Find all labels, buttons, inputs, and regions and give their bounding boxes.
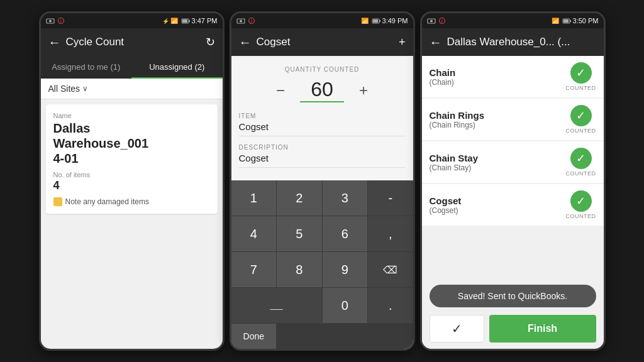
svg-point-18: [430, 20, 433, 23]
item-row-chain[interactable]: Chain (Chain) ✓ COUNTED: [422, 56, 604, 97]
battery-icon-2: [372, 18, 380, 24]
screen1-content: All Sites ∨ Name DallasWarehouse_0014-01…: [41, 79, 223, 349]
item-status-chainrings: ✓ COUNTED: [566, 105, 596, 134]
status-bar-right-3: 📶 3:50 PM: [552, 17, 599, 25]
item-name-chainstay: Chain Stay: [430, 153, 566, 163]
numpad-key-done[interactable]: Done: [231, 324, 277, 349]
numpad: 1 2 3 - 4 5 6 , 7 8 9 ⌫ ___ 0 . Done: [231, 180, 413, 349]
item-name-chainrings: Chain Rings: [430, 110, 566, 121]
tab-unassigned[interactable]: Unassigned (2): [131, 56, 223, 79]
numpad-key-backspace[interactable]: ⌫: [368, 252, 413, 287]
toast-message: Saved! Sent to QuickBooks.: [430, 285, 596, 307]
svg-point-1: [49, 20, 52, 23]
item-field-label: ITEM: [239, 112, 406, 119]
back-button-2[interactable]: ←: [239, 35, 252, 50]
item-status-chainstay: ✓ COUNTED: [566, 148, 596, 177]
numpad-key-comma[interactable]: ,: [368, 216, 413, 251]
check-icon-cogset: ✓: [570, 190, 592, 212]
description-field-label: DESCRIPTION: [239, 144, 406, 151]
chevron-down-icon: ∨: [82, 84, 88, 93]
status-bar-3: ! 📶 3:50 PM: [422, 13, 604, 28]
status-bar-left-1: !: [46, 18, 65, 24]
description-field-group: DESCRIPTION Cogset: [239, 144, 406, 168]
numpad-key-space[interactable]: ___: [231, 288, 322, 323]
counted-label-chain: COUNTED: [566, 85, 596, 91]
numpad-key-2[interactable]: 2: [277, 180, 322, 216]
screen3-content: Chain (Chain) ✓ COUNTED Chain Rings (Cha…: [422, 56, 604, 349]
svg-rect-15: [373, 19, 378, 23]
item-row-chainrings[interactable]: Chain Rings (Chain Rings) ✓ COUNTED: [422, 99, 604, 140]
sites-label: All Sites: [48, 84, 80, 94]
wifi-icon-1: 📶: [170, 18, 179, 24]
screen2-content: QUANTITY COUNTED − + ITEM Cogset DESCRIP…: [231, 56, 413, 349]
svg-text:📶: 📶: [170, 18, 179, 24]
card-warehouse-name: DallasWarehouse_0014-01: [53, 121, 210, 166]
counted-label-chainrings: COUNTED: [566, 128, 596, 134]
back-button-3[interactable]: ←: [430, 35, 442, 50]
plus-button[interactable]: +: [354, 79, 373, 102]
item-name-cogset: Cogset: [430, 195, 566, 206]
card-items-count: 4: [53, 179, 210, 192]
phone-screen-1: ! ⚡ 📶 3:47 PM ← Cycle Count ↻ Assigned t…: [39, 11, 225, 351]
fields-section: ITEM Cogset DESCRIPTION Cogset: [231, 107, 413, 180]
tabs-bar-1: Assigned to me (1) Unassigned (2): [41, 56, 223, 79]
item-info-chainrings: Chain Rings (Chain Rings): [430, 110, 566, 129]
item-row-cogset[interactable]: Cogset (Cogset) ✓ COUNTED: [422, 184, 604, 226]
back-button-1[interactable]: ←: [48, 35, 61, 50]
description-field-value: Cogset: [239, 153, 406, 163]
alert-icon-3: !: [438, 18, 446, 24]
item-sub-chainstay: (Chain Stay): [430, 163, 566, 172]
tab-assigned[interactable]: Assigned to me (1): [41, 56, 132, 79]
item-info-cogset: Cogset (Cogset): [430, 195, 566, 215]
card-name-label: Name: [53, 112, 210, 119]
quantity-label: QUANTITY COUNTED: [239, 66, 406, 73]
screen3-title: Dallas Warehouse_0... (...: [447, 36, 596, 48]
card-note: Note any damaged items: [53, 197, 210, 206]
numpad-key-4[interactable]: 4: [231, 216, 277, 251]
numpad-key-7[interactable]: 7: [231, 252, 277, 287]
numpad-key-dot[interactable]: .: [368, 288, 413, 323]
battery-icon-1: [181, 18, 190, 24]
bottom-section: Saved! Sent to QuickBooks. ✓ Finish: [422, 281, 604, 349]
check-icon-chainstay: ✓: [570, 148, 592, 169]
item-sub-cogset: (Cogset): [430, 206, 566, 215]
numpad-key-0[interactable]: 0: [323, 288, 368, 323]
wifi-icon-3: 📶: [552, 18, 560, 24]
svg-rect-7: [182, 19, 187, 23]
time-2: 3:49 PM: [382, 17, 408, 25]
warehouse-card[interactable]: Name DallasWarehouse_0014-01 No. of item…: [46, 104, 218, 214]
bottom-buttons: ✓ Finish: [422, 311, 604, 349]
refresh-icon-1[interactable]: ↻: [206, 35, 215, 49]
item-name-chain: Chain: [430, 67, 566, 78]
numpad-key-3[interactable]: 3: [323, 180, 368, 216]
add-icon-2[interactable]: +: [399, 36, 406, 49]
note-icon: [53, 197, 62, 206]
svg-text:!: !: [60, 19, 61, 23]
photo-icon-3: [427, 18, 436, 24]
svg-rect-8: [189, 20, 190, 22]
phone-screen-2: ! 📶 3:49 PM ← Cogset + QUANTITY COUNTED …: [230, 11, 415, 351]
finish-button[interactable]: Finish: [489, 315, 596, 343]
numpad-key-dash[interactable]: -: [368, 180, 413, 216]
numpad-key-8[interactable]: 8: [277, 252, 322, 287]
check-icon-chainrings: ✓: [570, 105, 592, 126]
note-text: Note any damaged items: [65, 197, 149, 206]
svg-text:📶: 📶: [552, 18, 560, 24]
numpad-key-1[interactable]: 1: [231, 180, 277, 216]
item-info-chainstay: Chain Stay (Chain Stay): [430, 153, 566, 172]
numpad-key-6[interactable]: 6: [323, 216, 368, 251]
svg-rect-24: [570, 20, 571, 22]
screen1-title: Cycle Count: [66, 36, 201, 48]
minus-button[interactable]: −: [271, 79, 290, 102]
numpad-key-5[interactable]: 5: [277, 216, 322, 251]
item-row-chainstay[interactable]: Chain Stay (Chain Stay) ✓ COUNTED: [422, 141, 604, 183]
numpad-key-9[interactable]: 9: [323, 252, 368, 287]
status-bar-1: ! ⚡ 📶 3:47 PM: [41, 13, 223, 28]
screens-container: ! ⚡ 📶 3:47 PM ← Cycle Count ↻ Assigned t…: [33, 5, 612, 357]
item-sub-chainrings: (Chain Rings): [430, 121, 566, 129]
check-button[interactable]: ✓: [430, 315, 484, 343]
sites-filter[interactable]: All Sites ∨: [41, 79, 223, 99]
bluetooth-icon-1: ⚡: [161, 18, 169, 24]
quantity-input[interactable]: [300, 78, 344, 102]
svg-rect-23: [564, 19, 569, 23]
